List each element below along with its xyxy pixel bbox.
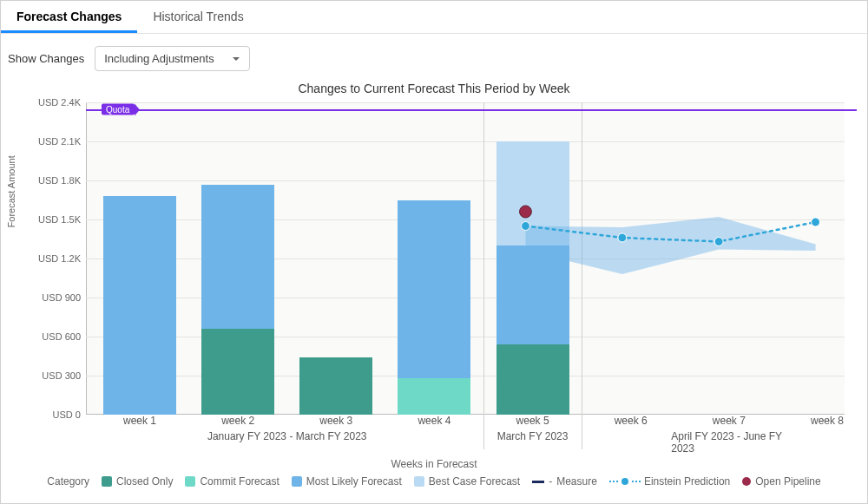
y-tick: USD 2.4K [23, 97, 81, 108]
select-value: Including Adjustments [104, 52, 214, 65]
x-tick: week 6 [615, 415, 648, 427]
x-axis: week 1week 2week 3week 4week 5week 6week… [86, 415, 845, 456]
plot-area: Forecast Amount USD 0USD 300USD 600USD 9… [86, 102, 845, 415]
bar-column [201, 102, 274, 415]
chart-title: Changes to Current Forecast This Period … [11, 82, 857, 95]
bar-seg-mostlikely [398, 200, 470, 379]
show-changes-select[interactable]: Including Adjustments [95, 46, 249, 71]
y-tick: USD 1.8K [23, 175, 81, 186]
x-group-label: January FY 2023 - March FY 2023 [207, 430, 367, 442]
x-axis-label: Weeks in Forecast [11, 458, 857, 470]
y-tick: USD 1.5K [23, 214, 81, 225]
legend-closed-only: Closed Only [102, 475, 173, 488]
chart: Changes to Current Forecast This Period … [11, 82, 857, 470]
bar-seg-bestcase [496, 141, 569, 245]
x-tick: week 7 [713, 415, 746, 427]
x-tick: week 2 [221, 415, 254, 427]
dot-einstein-icon [621, 478, 628, 485]
bar-column [103, 102, 176, 415]
legend-open-pipeline: Open Pipeline [742, 475, 820, 488]
x-group-label: March FY 2023 [497, 430, 569, 442]
bar-seg-closed [496, 344, 569, 415]
bar-seg-mostlikely [496, 245, 569, 344]
bar-seg-commit [398, 378, 470, 415]
legend: Category Closed Only Commit Forecast Mos… [1, 470, 867, 494]
y-tick: USD 600 [23, 331, 81, 342]
bar-column [398, 102, 470, 415]
bar-seg-mostlikely [201, 185, 274, 330]
y-tick: USD 0 [23, 409, 81, 420]
y-axis-label: Forecast Amount [6, 155, 16, 227]
bar-seg-mostlikely [103, 196, 176, 415]
group-separator [483, 102, 484, 449]
x-tick: week 4 [418, 415, 450, 427]
swatch-closed-icon [102, 476, 112, 487]
y-tick: USD 300 [23, 370, 81, 381]
y-tick: USD 900 [23, 292, 81, 303]
legend-category-label: Category [47, 475, 89, 488]
swatch-mostlikely-icon [292, 476, 302, 487]
bar-column [299, 102, 372, 415]
legend-best-case: Best Case Forecast [414, 475, 520, 488]
legend-measure: -Measure [532, 475, 597, 488]
quota-tag: Quota [102, 103, 135, 115]
swatch-commit-icon [185, 476, 195, 487]
chevron-down-icon [232, 55, 240, 63]
x-tick: week 1 [123, 415, 156, 427]
legend-einstein: Einstein Prediction [609, 475, 730, 488]
y-tick: USD 1.2K [23, 253, 81, 264]
x-tick: week 5 [516, 415, 549, 427]
bar-seg-closed [299, 357, 372, 415]
quota-line [86, 109, 857, 111]
bar-column [496, 102, 569, 415]
controls: Show Changes Including Adjustments [1, 34, 867, 78]
bar-seg-closed [201, 329, 274, 415]
x-tick: week 8 [811, 415, 844, 427]
show-changes-label: Show Changes [8, 52, 84, 65]
swatch-measure-icon [532, 481, 544, 483]
legend-commit-forecast: Commit Forecast [185, 475, 279, 488]
legend-most-likely: Most Likely Forecast [292, 475, 402, 488]
tabs: Forecast Changes Historical Trends [1, 1, 867, 34]
tab-forecast-changes[interactable]: Forecast Changes [1, 1, 137, 33]
dot-openpipeline-icon [742, 477, 751, 486]
x-group-label: April FY 2023 - June FY 2023 [671, 430, 786, 455]
y-tick: USD 2.1K [23, 136, 81, 147]
tab-historical-trends[interactable]: Historical Trends [137, 1, 259, 33]
x-tick: week 3 [319, 415, 352, 427]
swatch-bestcase-icon [414, 476, 424, 487]
group-separator [582, 102, 582, 449]
